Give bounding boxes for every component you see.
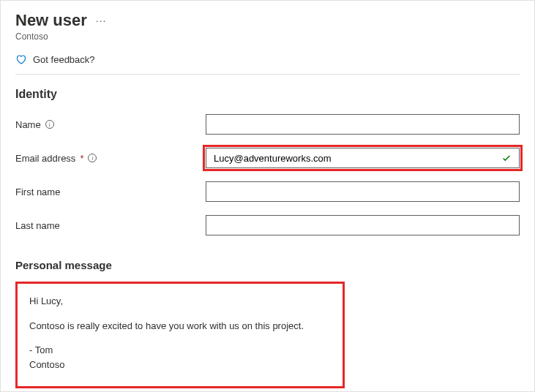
info-icon[interactable]: i [88, 154, 97, 162]
name-input[interactable] [206, 114, 520, 135]
first-name-input[interactable] [206, 181, 520, 202]
first-name-label: First name [15, 186, 60, 197]
personal-message-box[interactable]: Hi Lucy, Contoso is really excited to ha… [15, 282, 345, 388]
email-input[interactable] [206, 148, 520, 168]
feedback-link[interactable]: Got feedback? [15, 53, 520, 75]
last-name-input[interactable] [206, 215, 520, 235]
personal-message-title: Personal message [15, 259, 520, 271]
message-greeting: Hi Lucy, [29, 294, 331, 309]
required-marker: * [80, 153, 83, 164]
last-name-label: Last name [15, 220, 60, 231]
email-label: Email address [15, 153, 75, 164]
name-label: Name [15, 119, 41, 130]
message-body: Contoso is really excited to have you wo… [29, 319, 331, 333]
page-title: New user [15, 11, 87, 30]
heart-icon [15, 53, 27, 65]
message-sign1: - Tom [29, 343, 331, 358]
message-sign2: Contoso [29, 358, 331, 372]
info-icon[interactable]: i [45, 120, 54, 129]
feedback-label: Got feedback? [33, 54, 95, 65]
email-highlight-box [203, 145, 523, 171]
org-subtitle: Contoso [15, 31, 520, 42]
more-actions-button[interactable]: ··· [96, 15, 107, 26]
identity-section-title: Identity [15, 88, 520, 101]
